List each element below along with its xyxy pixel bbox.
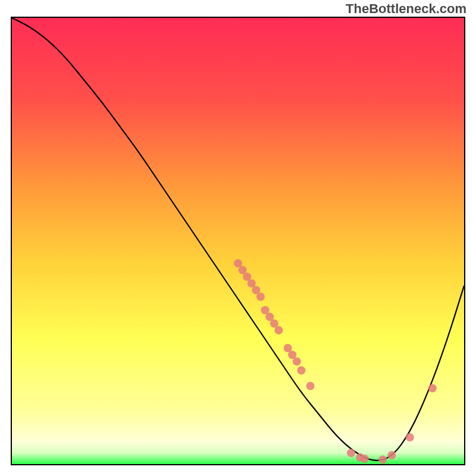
data-markers: [234, 259, 437, 464]
data-marker: [361, 455, 369, 463]
plot-area: [11, 17, 465, 465]
data-marker: [428, 384, 437, 393]
data-marker: [256, 293, 265, 301]
curve-path: [12, 18, 464, 461]
data-marker: [387, 451, 396, 459]
bottleneck-curve: [12, 18, 464, 461]
data-marker: [297, 367, 305, 375]
data-marker: [347, 449, 355, 457]
data-marker: [378, 456, 387, 464]
chart-container: TheBottleneck.com: [0, 0, 476, 476]
data-marker: [274, 326, 283, 334]
data-marker: [406, 433, 414, 441]
data-marker: [293, 358, 301, 366]
data-marker: [306, 382, 315, 390]
curve-layer: [12, 18, 464, 464]
watermark-text: TheBottleneck.com: [346, 1, 466, 17]
